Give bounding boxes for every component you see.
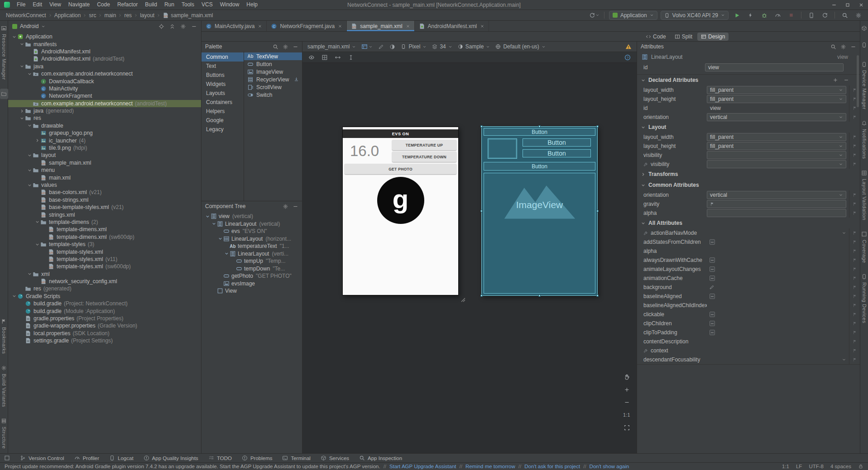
project-tree-item[interactable]: network_security_config.xml	[8, 278, 201, 285]
warning-icon[interactable]	[625, 43, 632, 50]
chevron-right-icon[interactable]	[34, 138, 40, 143]
menu-tools[interactable]: Tools	[178, 0, 198, 9]
status-link-don-t-ask-for-this-project[interactable]: Don't ask for this project	[524, 464, 580, 469]
close-icon[interactable]	[406, 24, 410, 28]
status-indicator-utf-8[interactable]: UTF-8	[809, 464, 824, 469]
attr-checkbox[interactable]	[710, 312, 715, 317]
toolwindow-stripe-project[interactable]	[0, 89, 8, 99]
apply-changes-button[interactable]	[745, 11, 756, 20]
project-view-select[interactable]: Android	[20, 23, 38, 29]
lock-icon[interactable]	[858, 464, 863, 469]
id-input[interactable]: view	[705, 63, 844, 71]
blueprint-temperature-text[interactable]	[488, 138, 517, 159]
selection-handle[interactable]	[596, 294, 599, 297]
chevron-down-icon[interactable]	[204, 214, 211, 219]
breadcrumb-item[interactable]: src	[87, 12, 97, 19]
search-icon[interactable]	[273, 44, 278, 50]
menu-file[interactable]: File	[13, 0, 29, 9]
toolwindow-stripe-structure[interactable]: Structure	[1, 416, 7, 451]
palette-category-widgets[interactable]: Widgets	[201, 80, 244, 89]
project-tree-item[interactable]: xml	[8, 271, 201, 278]
maximize-button[interactable]	[841, 0, 854, 9]
chevron-down-icon[interactable]	[26, 71, 33, 76]
attr-value-field[interactable]: fill_parent	[707, 133, 846, 141]
attr-value-field[interactable]: fill_parent	[707, 86, 846, 94]
project-tree-item[interactable]: CMainActivity	[8, 85, 201, 92]
debug-button[interactable]	[759, 11, 769, 20]
selection-handle[interactable]	[596, 125, 599, 128]
toolwindow-app-quality-insights[interactable]: App Quality Insights	[144, 455, 198, 461]
attr-section-layout[interactable]: Layout	[637, 122, 860, 133]
attr-value-field[interactable]	[707, 231, 846, 235]
palette-category-buttons[interactable]: Buttons	[201, 71, 244, 80]
toolwindow-stripe-bookmarks[interactable]: Bookmarks	[1, 316, 7, 356]
project-tree-item[interactable]: build.gradle(Module :Application)	[8, 307, 201, 314]
toolwindow-stripe-notifications[interactable]: Notifications	[861, 118, 867, 161]
blueprint-evs-button[interactable]: Button	[484, 128, 595, 136]
device-manager-button[interactable]	[806, 11, 816, 20]
project-tree-item[interactable]: com.example.android.networkconnect	[8, 70, 201, 77]
project-tree-item[interactable]: java(generated)	[8, 107, 201, 114]
device-select[interactable]: Volvo XC40 API 29	[661, 11, 729, 20]
menu-vcs[interactable]: VCS	[198, 0, 216, 9]
chevron-down-icon[interactable]	[19, 42, 25, 47]
project-tree-item[interactable]: res	[8, 114, 201, 122]
component-tree-item[interactable]: evsImage	[201, 280, 302, 288]
component-tree-item[interactable]: getPhoto"GET PHOTO"	[201, 272, 302, 280]
status-indicator-1-1[interactable]: 1:1	[782, 464, 789, 469]
blueprint-grid-icon[interactable]	[321, 54, 328, 61]
selection-handle[interactable]	[480, 210, 483, 212]
project-tree-item[interactable]: template-styles.xml(sw600dp)	[8, 263, 201, 270]
run-button[interactable]	[732, 11, 742, 20]
project-tree-item[interactable]: main.xml	[8, 174, 201, 181]
evs-banner[interactable]: EVS ON	[343, 129, 458, 138]
project-tree-item[interactable]: IDownloadCallback	[8, 77, 201, 85]
palette-category-helpers[interactable]: Helpers	[201, 107, 244, 116]
project-tree-item[interactable]: Application	[8, 33, 201, 40]
toolwindow-stripe-gradle[interactable]	[861, 23, 867, 33]
sync-dropdown-button[interactable]	[589, 11, 599, 20]
project-tree-item[interactable]: Gradle Scripts	[8, 293, 201, 300]
component-tree-item[interactable]: View	[201, 287, 302, 295]
attr-checkbox[interactable]	[710, 257, 715, 263]
project-tree-item[interactable]: strings.xml	[8, 211, 201, 218]
attr-section-all-attributes[interactable]: All Attributes	[637, 218, 860, 228]
component-tree-item[interactable]: AbtemperatureText"1...	[201, 242, 302, 250]
project-tree-item[interactable]: sample_main.xml	[8, 159, 201, 166]
star-icon[interactable]	[849, 228, 860, 237]
attr-value-field[interactable]: fill_parent	[707, 142, 846, 150]
component-tree-item[interactable]: LinearLayout(verti...	[201, 250, 302, 258]
palette-category-legacy[interactable]: Legacy	[201, 125, 244, 134]
star-icon[interactable]	[849, 319, 860, 328]
star-icon[interactable]	[849, 237, 860, 247]
stop-button[interactable]	[786, 11, 796, 20]
chevron-down-icon[interactable]	[26, 153, 33, 158]
attr-checkbox[interactable]	[710, 266, 715, 272]
project-tree-item[interactable]: manifests	[8, 40, 201, 47]
chevron-down-icon[interactable]	[26, 183, 33, 188]
temperature-text[interactable]: 16.0	[343, 142, 392, 160]
breadcrumb-item[interactable]: NetworkConnect	[5, 12, 48, 19]
palette-component-recyclerview[interactable]: RecyclerView	[244, 76, 302, 83]
attr-value-field[interactable]	[707, 151, 846, 159]
pan-tool-button[interactable]	[622, 373, 631, 381]
project-tree-item[interactable]: build.gradle(Project: NetworkConnect)	[8, 300, 201, 307]
project-tree-item[interactable]: base-colors.xml(v21)	[8, 189, 201, 196]
status-link-don-t-show-again[interactable]: Don't show again	[590, 464, 629, 469]
view-options-icon[interactable]	[308, 54, 315, 61]
star-icon[interactable]	[849, 265, 860, 274]
chevron-down-icon[interactable]	[11, 34, 17, 39]
run-configuration-select[interactable]: Application	[609, 11, 657, 20]
project-tree-item[interactable]: AndroidManifest.xml	[8, 48, 201, 55]
attr-value-field[interactable]: vertical	[707, 113, 846, 121]
star-icon[interactable]	[849, 190, 860, 199]
palette-category-google[interactable]: Google	[201, 116, 244, 125]
zoom-to-fit-button[interactable]	[622, 423, 631, 432]
attr-checkbox[interactable]	[710, 239, 715, 245]
blueprint-preview-phone[interactable]: Button Button Button Button	[481, 126, 598, 296]
close-icon[interactable]	[338, 24, 342, 28]
gear-icon[interactable]	[180, 24, 186, 29]
chevron-right-icon[interactable]	[19, 109, 25, 114]
orientation-icon[interactable]	[335, 54, 341, 61]
attr-section-transforms[interactable]: Transforms	[637, 169, 860, 180]
